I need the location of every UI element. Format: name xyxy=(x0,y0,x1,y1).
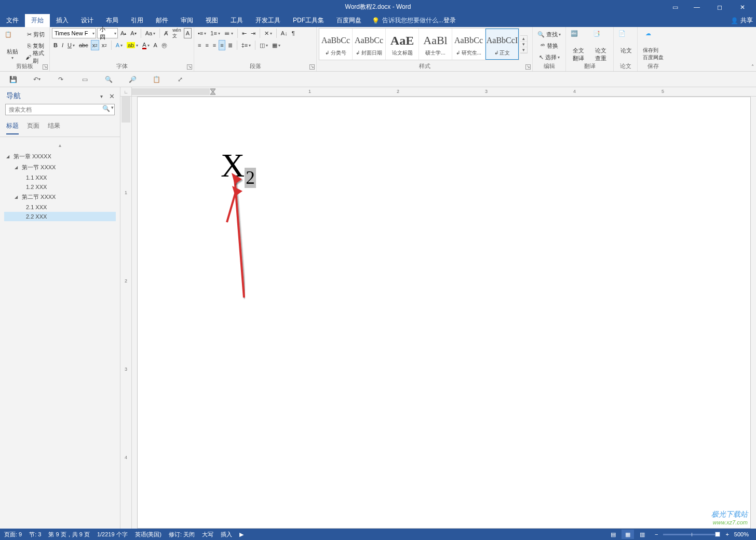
nav-dropdown-icon[interactable]: ▾ xyxy=(100,93,103,99)
close-button[interactable]: ✕ xyxy=(731,0,754,14)
multilevel-button[interactable]: ⩸ xyxy=(223,28,235,38)
more-styles-icon[interactable]: ▾ xyxy=(520,47,527,53)
document-text[interactable]: X2 xyxy=(221,146,256,188)
full-translate-button[interactable]: 🔤 全文 翻译 xyxy=(568,28,589,63)
minimize-button[interactable]: — xyxy=(685,0,708,14)
status-pages[interactable]: 第 9 页，共 9 页 xyxy=(48,531,89,538)
align-center-button[interactable]: ≡ xyxy=(204,40,210,50)
italic-button[interactable]: I xyxy=(60,40,65,50)
slider-thumb[interactable] xyxy=(715,532,720,537)
align-right-button[interactable]: ≡ xyxy=(211,40,218,50)
search-icon[interactable]: 🔍 xyxy=(102,105,110,112)
phonetic-button[interactable]: wén文 xyxy=(171,28,183,38)
subscript-button[interactable]: x2 xyxy=(91,40,99,50)
search-dropdown-icon[interactable]: ▾ xyxy=(111,105,114,112)
bullets-button[interactable]: •≡ xyxy=(196,28,208,38)
shading-button[interactable]: ◫ xyxy=(258,40,269,50)
tab-references[interactable]: 引用 xyxy=(125,14,150,27)
qat-btn-8[interactable]: ⤢ xyxy=(173,73,187,86)
nav-close-button[interactable]: ✕ xyxy=(109,92,115,100)
collapse-ribbon-button[interactable]: ˄ xyxy=(751,64,754,70)
nav-item-4[interactable]: 第二节 XXXX xyxy=(4,192,116,203)
zoom-in-button[interactable]: + xyxy=(725,531,728,537)
select-button[interactable]: ↖ 选择 xyxy=(535,52,563,62)
status-track[interactable]: 修订: 关闭 xyxy=(169,531,195,538)
zoom-slider[interactable] xyxy=(663,534,720,535)
char-border-button[interactable]: A xyxy=(184,28,192,38)
font-color-button[interactable]: A xyxy=(141,40,151,50)
align-justify-button[interactable]: ≡ xyxy=(219,40,225,50)
web-layout-button[interactable]: ▥ xyxy=(636,530,649,539)
macro-icon[interactable]: ▶ xyxy=(239,531,244,538)
tab-pdf[interactable]: PDF工具集 xyxy=(287,14,330,27)
status-insert[interactable]: 插入 xyxy=(221,531,232,538)
tab-baidu[interactable]: 百度网盘 xyxy=(330,14,368,27)
tab-mailings[interactable]: 邮件 xyxy=(150,14,174,27)
decrease-indent-button[interactable]: ⇤ xyxy=(240,28,248,38)
share-button[interactable]: 👤 共享 xyxy=(731,14,753,27)
char-shading-button[interactable]: A xyxy=(152,40,159,50)
nav-jump-top[interactable]: ▴ xyxy=(4,142,116,148)
search-input[interactable] xyxy=(5,104,115,115)
nav-item-2[interactable]: 1.1 XXX xyxy=(4,173,116,182)
nav-item-6[interactable]: 2.2 XXX xyxy=(4,212,116,221)
numbering-button[interactable]: 1≡ xyxy=(209,28,222,38)
nav-item-1[interactable]: 第一节 XXXX xyxy=(4,162,116,173)
superscript-button[interactable]: x2 xyxy=(100,40,109,50)
format-painter-button[interactable]: 🖌 格式刷 xyxy=(24,52,47,62)
align-left-button[interactable]: ≡ xyxy=(196,40,203,50)
tab-insert[interactable]: 插入 xyxy=(50,14,75,27)
save-cloud-button[interactable]: ☁ 保存到 百度网盘 xyxy=(640,28,667,62)
save-button[interactable]: 💾 xyxy=(6,73,20,86)
qat-btn-7[interactable]: 📋 xyxy=(150,73,163,86)
indent-marker-icon[interactable] xyxy=(209,87,219,97)
distributed-button[interactable]: ≣ xyxy=(226,40,234,50)
scroll-up-icon[interactable]: ▴ xyxy=(520,36,527,42)
scroll-down-icon[interactable]: ▾ xyxy=(520,42,527,47)
status-section[interactable]: 节: 3 xyxy=(29,531,41,538)
tab-tools[interactable]: 工具 xyxy=(224,14,249,27)
strikethrough-button[interactable]: abc xyxy=(77,40,90,50)
read-mode-button[interactable]: ▤ xyxy=(607,530,619,539)
style-item-1[interactable]: AaBbCc ↲ 封面日期 xyxy=(353,29,386,60)
ruler-corner[interactable]: ∟ xyxy=(120,87,132,97)
underline-button[interactable]: U xyxy=(66,40,76,50)
style-item-0[interactable]: AaBbCc ↲ 分类号 xyxy=(319,29,353,60)
replace-button[interactable]: ᵃᵇ 替换 xyxy=(535,40,563,51)
style-item-5[interactable]: AaBbCcI ↲ 正文 xyxy=(485,29,519,60)
qat-btn-4[interactable]: ▭ xyxy=(78,73,91,86)
document-page[interactable]: X2 xyxy=(137,97,751,529)
status-lang[interactable]: 英语(美国) xyxy=(135,531,161,538)
vertical-ruler[interactable]: 1 2 3 4 xyxy=(120,97,132,529)
tab-home[interactable]: 开始 xyxy=(25,14,50,27)
enclose-char-button[interactable]: ㊕ xyxy=(160,40,169,50)
paper-check-button[interactable]: 📑 论文 查重 xyxy=(590,28,612,63)
cut-button[interactable]: ✂ 剪切 xyxy=(24,29,47,39)
asian-layout-button[interactable]: ✕ xyxy=(263,28,274,38)
styles-dialog-launcher[interactable]: ↘ xyxy=(525,64,531,70)
undo-button[interactable]: ↶▾ xyxy=(30,73,44,86)
change-case-button[interactable]: Aa xyxy=(144,28,157,38)
grow-font-button[interactable]: A▴ xyxy=(119,28,128,38)
tab-design[interactable]: 设计 xyxy=(75,14,100,27)
increase-indent-button[interactable]: ⇥ xyxy=(249,28,257,38)
clipboard-dialog-launcher[interactable]: ↘ xyxy=(43,64,48,70)
tab-review[interactable]: 审阅 xyxy=(174,14,199,27)
show-marks-button[interactable]: ¶ xyxy=(290,28,296,38)
status-caps[interactable]: 大写 xyxy=(202,531,213,538)
tab-file[interactable]: 文件 xyxy=(0,14,25,27)
ribbon-options-icon[interactable]: ▭ xyxy=(665,0,685,14)
tab-view[interactable]: 视图 xyxy=(199,14,224,27)
zoom-level[interactable]: 500% xyxy=(734,531,749,537)
nav-item-5[interactable]: 2.1 XXX xyxy=(4,203,116,212)
line-spacing-button[interactable]: ‡≡ xyxy=(240,40,253,50)
styles-scroll[interactable]: ▴ ▾ ▾ xyxy=(520,35,528,53)
nav-item-3[interactable]: 1.2 XXX xyxy=(4,182,116,192)
shrink-font-button[interactable]: A▾ xyxy=(129,28,138,38)
redo-button[interactable]: ↷ xyxy=(54,73,68,86)
nav-item-0[interactable]: 第一章 XXXXX xyxy=(4,151,116,162)
qat-btn-5[interactable]: 🔍 xyxy=(102,73,115,86)
clear-format-button[interactable]: A̸ xyxy=(163,28,170,38)
font-size-select[interactable]: 小四 xyxy=(97,28,118,38)
style-item-4[interactable]: AaBbCc ↲ 研究生... xyxy=(452,29,485,60)
